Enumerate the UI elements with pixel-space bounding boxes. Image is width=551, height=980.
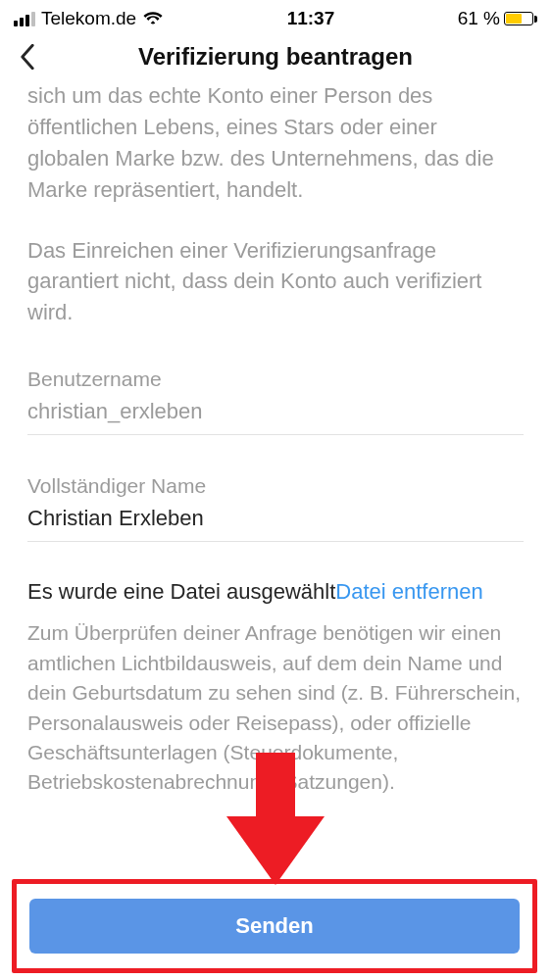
username-label: Benutzername	[27, 368, 524, 391]
page-title: Verifizierung beantragen	[14, 43, 537, 71]
main-content: sich um das echte Konto einer Person des…	[0, 80, 551, 798]
remove-file-link[interactable]: Datei entfernen	[335, 579, 482, 605]
status-time: 11:37	[287, 8, 335, 29]
cellular-signal-icon	[14, 12, 35, 26]
fullname-value: Christian Erxleben	[27, 506, 524, 531]
status-bar: Telekom.de 11:37 61 %	[0, 0, 551, 33]
username-field[interactable]: Benutzername christian_erxleben	[27, 368, 524, 435]
document-hint: Zum Überprüfen deiner Anfrage benötigen …	[27, 618, 524, 798]
intro-paragraph-1: sich um das echte Konto einer Person des…	[27, 80, 524, 206]
carrier-label: Telekom.de	[41, 8, 136, 29]
nav-bar: Verifizierung beantragen	[0, 33, 551, 84]
svg-marker-1	[226, 816, 325, 885]
fullname-field[interactable]: Vollständiger Name Christian Erxleben	[27, 474, 524, 542]
submit-button[interactable]: Senden	[29, 899, 520, 954]
file-selected-text: Es wurde eine Datei ausgewählt	[27, 579, 335, 605]
file-row: Es wurde eine Datei ausgewählt Datei ent…	[27, 579, 524, 605]
username-value: christian_erxleben	[27, 399, 524, 424]
intro-paragraph-2: Das Einreichen einer Verifizierungsanfra…	[27, 235, 524, 329]
battery-icon	[504, 12, 537, 25]
status-left: Telekom.de	[14, 8, 164, 29]
fullname-label: Vollständiger Name	[27, 474, 524, 498]
wifi-icon	[142, 8, 164, 29]
battery-percent: 61 %	[458, 8, 500, 29]
status-right: 61 %	[458, 8, 537, 29]
